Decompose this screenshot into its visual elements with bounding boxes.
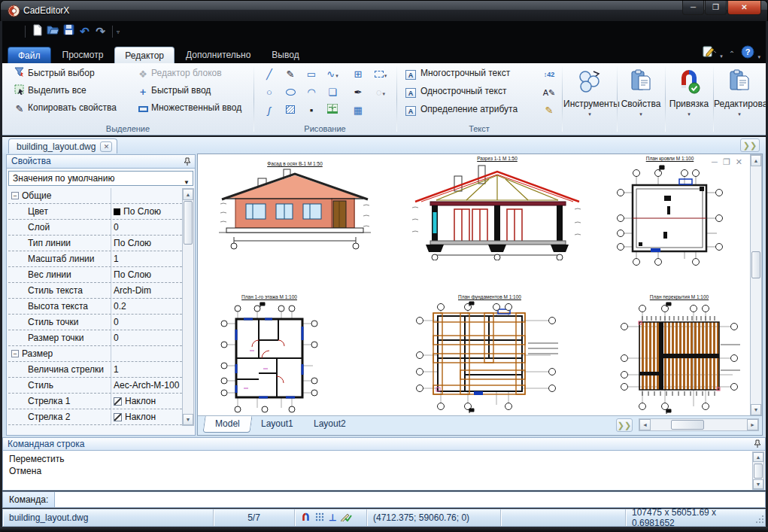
rectangle-tool-icon[interactable]: ▭ <box>303 67 320 82</box>
pen-tool-icon[interactable]: ✒ <box>350 85 366 100</box>
spline-tool-icon[interactable]: ʃ <box>261 103 278 118</box>
canvas-horizontal-scrollbar[interactable]: ◄ ► <box>639 418 759 431</box>
scrollbar-thumb[interactable] <box>671 420 704 430</box>
layout-overflow-chevron-icon[interactable]: ❯❯ <box>616 418 633 432</box>
property-row[interactable]: Вес линии По Слою <box>8 267 182 283</box>
ribbon-item-quick-select[interactable]: Быстрый выбор <box>28 66 95 80</box>
block-tool-icon[interactable]: ❏ <box>324 85 341 100</box>
property-group-row[interactable]: − Размер <box>8 346 182 362</box>
open-file-icon[interactable] <box>45 24 61 39</box>
minimize-button[interactable]: ─ <box>682 1 704 15</box>
big-button-snap[interactable]: Привязка▾ <box>666 65 712 132</box>
ribbon-item-quick-input[interactable]: Быстрый ввод <box>151 84 211 97</box>
property-row[interactable]: Размер точки 0 <box>8 330 182 346</box>
big-button-tools[interactable]: Инструменты▾ <box>563 65 616 132</box>
spell-check-icon[interactable]: A✎ <box>541 85 557 100</box>
property-row[interactable]: Величина стрелки 1 <box>8 362 182 378</box>
close-document-icon[interactable]: ✕ <box>100 141 112 152</box>
ellipse-tool-icon[interactable] <box>282 85 299 100</box>
scroll-up-icon[interactable]: ▲ <box>751 155 761 166</box>
property-row[interactable]: Стрелка 1 Наклон <box>8 394 182 409</box>
property-row[interactable]: Стиль точки 0 <box>8 315 182 330</box>
scroll-up-icon[interactable]: ▲ <box>183 189 193 200</box>
clip-boundary-tool-icon[interactable]: ▾ <box>372 67 389 82</box>
tab-layout2[interactable]: Layout2 <box>303 416 357 433</box>
edit-text-icon[interactable]: ✎ <box>541 103 557 118</box>
document-tab[interactable]: building_layout.dwg ✕ <box>8 138 117 154</box>
mdi-close-icon[interactable]: ✕ <box>736 157 742 167</box>
property-row[interactable]: Стиль текста Arch-Dim <box>8 283 182 299</box>
grid-toggle-icon[interactable] <box>315 512 324 524</box>
scrollbar-thumb[interactable] <box>751 251 760 278</box>
canvas-vertical-scrollbar[interactable]: ▲ ▼ <box>750 154 762 416</box>
ribbon-item-attribute-definition[interactable]: Определение атрибута <box>420 102 518 116</box>
ribbon-item-mtext[interactable]: Многострочный текст <box>420 66 510 80</box>
image-tool-icon[interactable] <box>324 103 341 118</box>
pin-icon[interactable] <box>183 157 192 166</box>
polyline-edit-tool-icon[interactable]: ✎ <box>282 67 299 82</box>
scroll-up-icon[interactable]: ▲ <box>753 452 763 462</box>
pin-icon[interactable] <box>753 439 762 448</box>
canvas-viewport[interactable]: ─ ❐ ✕ Фасад в осях В-1 М 1:50 <box>197 154 763 436</box>
polyline-tool-icon[interactable]: ∿▾ <box>324 67 341 82</box>
default-values-dropdown[interactable]: Значения по умолчанию▼ <box>8 171 193 186</box>
scroll-down-icon[interactable]: ▼ <box>751 404 761 415</box>
tab-editor[interactable]: Редактор <box>114 47 175 63</box>
tab-view[interactable]: Просмотр <box>53 47 114 63</box>
property-row[interactable]: Высота текста 0.2 <box>8 299 182 315</box>
command-scrollbar[interactable]: ▲ ▼ <box>752 451 764 490</box>
ribbon-item-single-line-text[interactable]: Однострочный текст <box>420 84 506 98</box>
property-row[interactable]: Стрелка 2 Наклон <box>8 409 182 425</box>
resize-grip[interactable] <box>754 515 763 524</box>
annotate-icon[interactable]: ▾ <box>702 46 723 61</box>
scroll-down-icon[interactable]: ▼ <box>753 479 763 489</box>
property-row[interactable]: Слой 0 <box>8 220 182 236</box>
scroll-down-icon[interactable]: ▼ <box>183 414 193 425</box>
tab-file[interactable]: Файл <box>8 47 51 63</box>
text-scale-icon[interactable]: ↕42 <box>541 67 557 82</box>
redo-icon[interactable]: ↷ <box>93 24 108 39</box>
draw-check-icon[interactable] <box>341 512 352 524</box>
property-row[interactable]: Масштаб линии 1 <box>8 251 182 267</box>
tab-output[interactable]: Вывод <box>262 47 308 63</box>
table-tool-icon[interactable]: ▦ <box>350 103 366 118</box>
tab-model[interactable]: Model <box>202 416 252 433</box>
command-input[interactable] <box>55 492 765 507</box>
point-tool-icon[interactable]: ▪ <box>303 103 320 118</box>
ortho-toggle-icon[interactable]: ⊥ <box>329 512 336 523</box>
doc-overflow-chevron-icon[interactable]: ❯❯ <box>740 138 760 152</box>
properties-scrollbar[interactable]: ▲ ▼ <box>182 188 194 426</box>
big-button-properties[interactable]: Свойства▾ <box>618 65 664 132</box>
ribbon-item-select-all[interactable]: Выделить все <box>28 84 87 97</box>
hatch-tool-icon[interactable] <box>282 103 299 118</box>
scroll-left-icon[interactable]: ◄ <box>639 419 651 430</box>
property-row[interactable]: Цвет По Слою <box>8 204 182 220</box>
arc-tool-icon[interactable]: ◠ <box>303 85 320 100</box>
collapse-icon[interactable]: − <box>11 192 19 199</box>
snap-toggle-icon[interactable] <box>301 512 311 524</box>
insert-block-tool-icon[interactable]: ⊞ <box>350 67 366 82</box>
scroll-right-icon[interactable]: ► <box>747 419 758 430</box>
property-group-row[interactable]: − Общие <box>8 188 182 204</box>
circle-tool-icon[interactable]: ○ <box>261 85 278 100</box>
collapse-icon[interactable]: − <box>11 350 19 357</box>
tab-advanced[interactable]: Дополнительно <box>176 47 260 63</box>
line-tool-icon[interactable]: ╱ <box>261 67 278 82</box>
scrollbar-thumb[interactable] <box>754 464 763 479</box>
big-button-edit[interactable]: Редактировать▾ <box>714 65 765 132</box>
maximize-button[interactable]: ❐ <box>705 1 727 15</box>
save-icon[interactable] <box>61 24 77 39</box>
undo-icon[interactable]: ↶ <box>77 24 93 39</box>
ribbon-item-copy-properties[interactable]: Копировать свойства <box>28 101 117 114</box>
close-button[interactable]: ✕ <box>727 1 761 15</box>
toolbar-overflow-chevron-icon[interactable]: ▿ <box>117 29 120 35</box>
ribbon-item-multiple-input[interactable]: Множественный ввод <box>151 101 241 114</box>
property-row[interactable]: Тип линии По Слою <box>8 236 182 251</box>
tab-layout1[interactable]: Layout1 <box>250 416 304 433</box>
scrollbar-thumb[interactable] <box>184 201 193 245</box>
help-icon[interactable]: ? ▾ <box>741 45 760 62</box>
new-file-icon[interactable] <box>29 24 45 39</box>
collapse-ribbon-icon[interactable]: ⌃ <box>729 50 735 58</box>
quick-select-icon <box>11 67 28 82</box>
property-row[interactable]: Стиль Aec-Arch-M-100 <box>8 378 182 394</box>
